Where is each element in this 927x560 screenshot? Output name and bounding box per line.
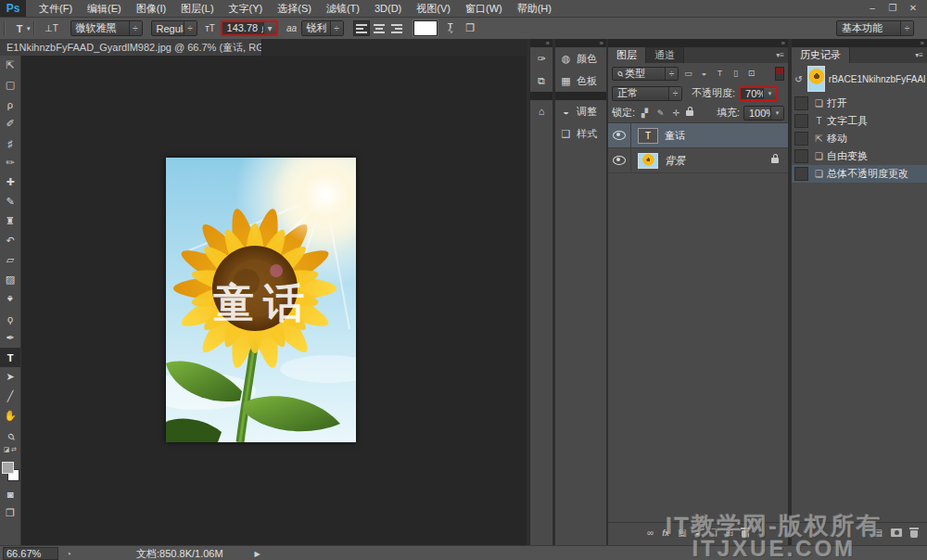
opacity-field[interactable]: 70% ▾ xyxy=(739,86,778,101)
dock-collapse-bar[interactable]: » xyxy=(792,39,927,47)
brush-presets-panel-button[interactable]: ✑ xyxy=(530,47,552,70)
warp-text-icon[interactable]: T ∿ xyxy=(448,23,454,34)
swap-colors-icon[interactable]: ◪ ⇄ xyxy=(4,445,17,454)
menu-type[interactable]: 文字(Y) xyxy=(222,0,271,17)
crop-tool[interactable]: ♯ xyxy=(0,134,20,153)
healing-brush-tool[interactable]: ✚ xyxy=(0,172,20,192)
fill-field[interactable]: 100% ▾ xyxy=(743,106,784,121)
history-step-free-transform[interactable]: ❏ 自由变换 xyxy=(792,147,927,165)
new-document-from-state-icon[interactable]: ▤ xyxy=(874,528,883,538)
new-group-icon[interactable]: ❏ xyxy=(709,528,717,538)
tab-layers[interactable]: 图层 xyxy=(608,47,646,63)
add-layer-mask-icon[interactable]: ▣ xyxy=(678,528,686,538)
history-snapshot-row[interactable]: ↺ rBACE1NkihnzbFyFAAD_... xyxy=(792,63,927,95)
line-tool[interactable]: ╱ xyxy=(0,387,20,406)
align-right-button[interactable] xyxy=(388,20,405,36)
blur-tool[interactable]: ♠ xyxy=(0,289,20,309)
layer-row-background[interactable]: 背景 xyxy=(608,148,788,173)
menu-3d[interactable]: 3D(D) xyxy=(367,0,409,17)
canvas-text-overlay[interactable]: 童话 xyxy=(213,280,313,325)
layer-visibility-toggle[interactable] xyxy=(608,123,631,147)
menu-view[interactable]: 视图(V) xyxy=(409,0,458,17)
text-orientation-icon[interactable]: ⊥T xyxy=(42,23,62,33)
layer-row-text[interactable]: T 童话 xyxy=(608,123,788,148)
layer-filter-select[interactable]: ϙ类型 ÷ xyxy=(612,67,679,81)
lock-position-icon[interactable]: ✛ xyxy=(670,108,682,118)
filter-smart-objects-icon[interactable]: ⊡ xyxy=(745,69,757,78)
eraser-tool[interactable]: ▱ xyxy=(0,250,20,270)
dodge-tool[interactable]: ϙ xyxy=(0,309,20,328)
color-swatches[interactable] xyxy=(0,460,20,484)
zoom-level-field[interactable]: 66.67% xyxy=(3,547,58,560)
toggle-panels-icon[interactable]: ❒ xyxy=(465,22,475,34)
menu-layer[interactable]: 图层(L) xyxy=(173,0,221,17)
menu-image[interactable]: 图像(I) xyxy=(129,0,173,17)
hand-tool[interactable]: ✋ xyxy=(0,406,20,426)
new-layer-icon[interactable]: ⊞ xyxy=(726,528,733,538)
lasso-tool[interactable]: ρ xyxy=(0,95,20,114)
lock-all-icon[interactable] xyxy=(686,110,693,116)
background-layer-thumbnail[interactable] xyxy=(638,153,658,169)
quick-mask-button[interactable]: ◙ xyxy=(0,484,20,503)
history-source-well[interactable] xyxy=(794,167,808,181)
layer-style-fx-icon[interactable]: fx xyxy=(662,528,669,538)
adjustments-panel-button[interactable]: ◒ 调整 xyxy=(555,100,606,122)
restore-button[interactable]: ❐ xyxy=(883,0,903,17)
font-family-select[interactable]: 微软雅黑 ÷ xyxy=(70,20,143,36)
filter-toggle-switch[interactable] xyxy=(775,67,784,81)
color-panel-button[interactable]: ◍ 颜色 xyxy=(555,47,606,70)
rectangular-marquee-tool[interactable]: ▢ xyxy=(0,75,20,95)
history-brush-tool[interactable]: ↶ xyxy=(0,231,20,250)
filter-adjustment-layers-icon[interactable]: ◒ xyxy=(698,69,710,78)
document-tab[interactable]: E1NkihnzbFyFAAD_GyardlM982.jpg @ 66.7% (… xyxy=(0,39,262,56)
clone-source-panel-button[interactable]: ⧉ xyxy=(530,70,552,92)
history-source-well[interactable] xyxy=(794,96,808,110)
history-step-master-opacity-change[interactable]: ❏ 总体不透明度更改 xyxy=(792,165,927,183)
close-button[interactable]: ✕ xyxy=(903,0,923,17)
panel-menu-icon[interactable]: ▾≡ xyxy=(915,47,923,63)
brush-tool[interactable]: ✎ xyxy=(0,192,20,211)
history-step-open[interactable]: ❏ 打开 xyxy=(792,95,927,112)
menu-edit[interactable]: 编辑(E) xyxy=(80,0,129,17)
history-brush-source-icon[interactable]: ↺ xyxy=(794,74,804,84)
foreground-color-swatch[interactable] xyxy=(2,462,14,474)
swatches-panel-button[interactable]: ▦ 色板 xyxy=(555,70,606,92)
blend-mode-select[interactable]: 正常 ÷ xyxy=(612,86,682,101)
text-color-swatch[interactable] xyxy=(413,20,438,36)
layer-visibility-toggle[interactable] xyxy=(608,148,631,172)
path-selection-tool[interactable]: ➤ xyxy=(0,367,20,387)
menu-select[interactable]: 选择(S) xyxy=(270,0,319,17)
anti-alias-select[interactable]: 锐利 ÷ xyxy=(301,20,344,36)
quick-selection-tool[interactable]: ✐ xyxy=(0,114,20,134)
new-adjustment-layer-icon[interactable]: ◒ xyxy=(695,528,701,538)
type-tool[interactable]: T xyxy=(0,348,20,367)
screen-mode-button[interactable]: ❐ xyxy=(0,503,20,523)
menu-file[interactable]: 文件(F) xyxy=(32,0,80,17)
layer-name[interactable]: 背景 xyxy=(665,154,685,168)
filter-type-layers-icon[interactable]: T xyxy=(714,69,726,78)
lock-transparency-icon[interactable]: ▞ xyxy=(639,108,651,118)
pen-tool[interactable]: ✒ xyxy=(0,328,20,348)
dock-collapse-bar[interactable]: » xyxy=(608,39,788,47)
history-source-well[interactable] xyxy=(794,114,808,128)
minimize-button[interactable]: – xyxy=(862,0,883,17)
status-expand-arrow-icon[interactable]: ▶ xyxy=(255,550,260,558)
tool-preset-arrow-icon[interactable]: ▾ xyxy=(27,25,31,32)
layer-name[interactable]: 童话 xyxy=(665,129,685,143)
align-left-button[interactable] xyxy=(353,20,370,36)
new-snapshot-icon[interactable] xyxy=(891,528,902,537)
delete-layer-icon[interactable] xyxy=(742,530,749,538)
history-step-move[interactable]: ⇱ 移动 xyxy=(792,130,927,147)
document-image[interactable]: 童话 xyxy=(166,158,356,442)
text-layer-thumbnail[interactable]: T xyxy=(638,128,658,144)
dock-collapse-bar[interactable]: » xyxy=(530,39,552,47)
link-layers-icon[interactable]: ∞ xyxy=(647,528,654,538)
clone-stamp-tool[interactable]: ♜ xyxy=(0,211,20,231)
panel-menu-icon[interactable]: ▾≡ xyxy=(776,47,784,63)
font-style-select[interactable]: Regular ÷ xyxy=(151,20,197,36)
lock-pixels-icon[interactable]: ✎ xyxy=(654,108,667,118)
history-source-well[interactable] xyxy=(794,149,808,163)
align-center-button[interactable] xyxy=(371,20,387,36)
move-tool[interactable]: ⇱ xyxy=(0,56,20,75)
history-source-well[interactable] xyxy=(794,132,808,146)
